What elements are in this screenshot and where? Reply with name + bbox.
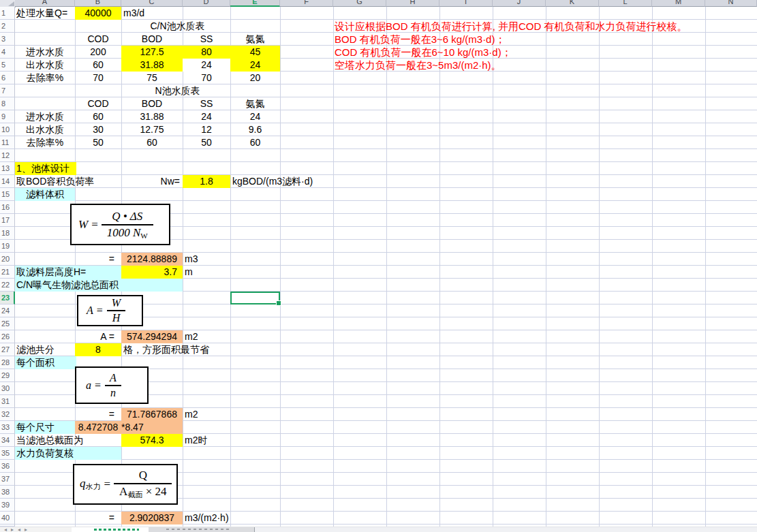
a-result[interactable]: 574.294294 <box>121 330 183 343</box>
table-cn-header-ss[interactable]: SS <box>183 33 230 46</box>
table-n-row-label[interactable]: 出水水质 <box>15 123 75 136</box>
fill-handle[interactable] <box>276 300 281 306</box>
row-header-3[interactable]: 3 <box>0 33 15 46</box>
section-area-unit[interactable]: m2时 <box>185 434 207 447</box>
table-cn-cell[interactable]: 20 <box>230 72 280 84</box>
row-header-37[interactable]: 37 <box>0 473 15 486</box>
table-cn-header-nh[interactable]: 氨氮 <box>230 33 280 46</box>
table-cn-header-cod[interactable]: COD <box>75 33 121 46</box>
table-n-header-ss[interactable]: SS <box>183 97 230 110</box>
column-header-l[interactable]: L <box>599 0 652 7</box>
sheet-nav-arrows[interactable]: ◂▸◂▸ <box>0 527 72 532</box>
row-header-40[interactable]: 40 <box>0 512 15 525</box>
size-label[interactable]: 每个尺寸 <box>15 421 76 434</box>
row-header-13[interactable]: 13 <box>0 162 15 175</box>
row-header-28[interactable]: 28 <box>0 356 15 369</box>
table-n-cell[interactable]: 60 <box>121 136 183 149</box>
table-cn-cell[interactable]: 80 <box>183 46 230 59</box>
selected-cell-e23[interactable] <box>230 292 280 304</box>
note-line1[interactable]: 设计应根据BOD 有机负荷进行计算, 并用COD 有机负荷和水力负荷进行校核。 <box>335 20 688 33</box>
row-header-18[interactable]: 18 <box>0 227 15 240</box>
table-n-cell[interactable]: 30 <box>75 123 121 136</box>
row-header-8[interactable]: 8 <box>0 97 15 110</box>
table-cn-row-label[interactable]: 进水水质 <box>15 46 75 59</box>
column-header-b[interactable]: B <box>75 0 121 7</box>
table-cn-cell[interactable]: 75 <box>121 72 183 84</box>
formula-w-box[interactable]: W = Q • ΔS 1000 NW <box>70 204 170 245</box>
table-n-header-cod[interactable]: COD <box>75 97 121 110</box>
row-header-16[interactable]: 16 <box>0 201 15 214</box>
note-line3[interactable]: COD 有机负荷一般在6~10 kg/(m3·d)； <box>335 46 512 59</box>
cells-tail[interactable]: 格，方形面积最节省 <box>123 343 209 356</box>
table-cn-row-label[interactable]: 出水水质 <box>15 59 75 72</box>
section-title[interactable]: 1、池体设计 <box>15 162 76 175</box>
table-n-cell[interactable]: 50 <box>183 136 230 149</box>
a-equals[interactable]: A = <box>75 330 114 343</box>
h-value[interactable]: 3.7 <box>121 266 183 279</box>
column-header-i[interactable]: I <box>439 0 493 7</box>
row-header-7[interactable]: 7 <box>0 84 15 97</box>
q-equals[interactable]: = <box>75 512 114 525</box>
table-n-cell[interactable]: 24 <box>183 110 230 123</box>
w-result[interactable]: 2124.88889 <box>121 253 183 266</box>
q-result[interactable]: 2.9020837 <box>121 512 183 525</box>
table-n-row-label[interactable]: 进水水质 <box>15 110 75 123</box>
check-label[interactable]: 水力负荷复核 <box>16 447 74 460</box>
cell-a1-label[interactable]: 处理水量Q= <box>16 7 84 20</box>
cells-label[interactable]: 滤池共分 <box>16 343 55 356</box>
column-header-n[interactable]: N <box>705 0 757 7</box>
cell-c1-q-unit[interactable]: m3/d <box>123 7 178 20</box>
column-header-m[interactable]: M <box>652 0 705 7</box>
sheet-tab-inactive[interactable] <box>149 527 254 532</box>
table-cn-cell[interactable]: 60 <box>75 59 121 72</box>
column-header-g[interactable]: G <box>333 0 386 7</box>
table-n-cell[interactable]: 60 <box>230 136 280 149</box>
table-cn-header-bod[interactable]: BOD <box>121 33 183 46</box>
row-header-1[interactable]: 1 <box>0 7 15 20</box>
row-header-22[interactable]: 22 <box>0 279 15 292</box>
table-cn-cell[interactable]: 127.5 <box>121 46 183 59</box>
row-header-9[interactable]: 9 <box>0 110 15 123</box>
each-area-label[interactable]: 每个面积 <box>15 356 76 369</box>
table-n-title[interactable]: N池水质表 <box>75 84 280 97</box>
table-cn-cell[interactable]: 70 <box>183 72 230 84</box>
table-n-cell[interactable]: 60 <box>75 110 121 123</box>
column-header-e[interactable]: E <box>230 0 280 7</box>
row-header-24[interactable]: 24 <box>0 304 15 317</box>
table-n-header-nh[interactable]: 氨氮 <box>230 97 280 110</box>
row-header-32[interactable]: 32 <box>0 408 15 421</box>
row-header-25[interactable]: 25 <box>0 317 15 330</box>
column-header-a[interactable]: A <box>15 0 75 7</box>
row-header-10[interactable]: 10 <box>0 123 15 136</box>
row-header-2[interactable]: 2 <box>0 20 15 33</box>
row-header-4[interactable]: 4 <box>0 46 15 59</box>
ea-unit[interactable]: m2 <box>185 408 198 421</box>
a-unit[interactable]: m2 <box>185 330 198 343</box>
row-header-6[interactable]: 6 <box>0 72 15 84</box>
table-cn-cell[interactable]: 31.88 <box>121 59 183 72</box>
cells-value[interactable]: 8 <box>75 343 121 356</box>
table-n-header-bod[interactable]: BOD <box>121 97 183 110</box>
section-area-value[interactable]: 574.3 <box>121 434 183 447</box>
table-cn-row-label[interactable]: 去除率% <box>15 72 75 84</box>
row-header-33[interactable]: 33 <box>0 421 15 434</box>
row-header-21[interactable]: 21 <box>0 266 15 279</box>
row-header-35[interactable]: 35 <box>0 447 15 460</box>
nw-symbol[interactable]: Nw= <box>121 175 180 188</box>
row-header-26[interactable]: 26 <box>0 330 15 343</box>
row-header-36[interactable]: 36 <box>0 460 15 473</box>
table-n-row-label[interactable]: 去除率% <box>15 136 75 149</box>
table-n-cell[interactable]: 12.75 <box>121 123 183 136</box>
column-header-j[interactable]: J <box>493 0 546 7</box>
table-cn-cell[interactable]: 24 <box>183 59 230 72</box>
sheet-tab-active[interactable] <box>72 527 149 532</box>
ea-equals[interactable]: = <box>75 408 114 421</box>
row-header-34[interactable]: 34 <box>0 434 15 447</box>
size-value2[interactable]: *8.47 <box>121 421 144 434</box>
row-header-14[interactable]: 14 <box>0 175 15 188</box>
table-n-cell[interactable]: 24 <box>230 110 280 123</box>
column-header-f[interactable]: F <box>280 0 333 7</box>
area-label[interactable]: C/N曝气生物滤池总面积 <box>16 279 119 292</box>
formula-a-box[interactable]: A = W H <box>77 295 143 326</box>
section-area-label[interactable]: 当滤池总截面为 <box>16 434 83 447</box>
